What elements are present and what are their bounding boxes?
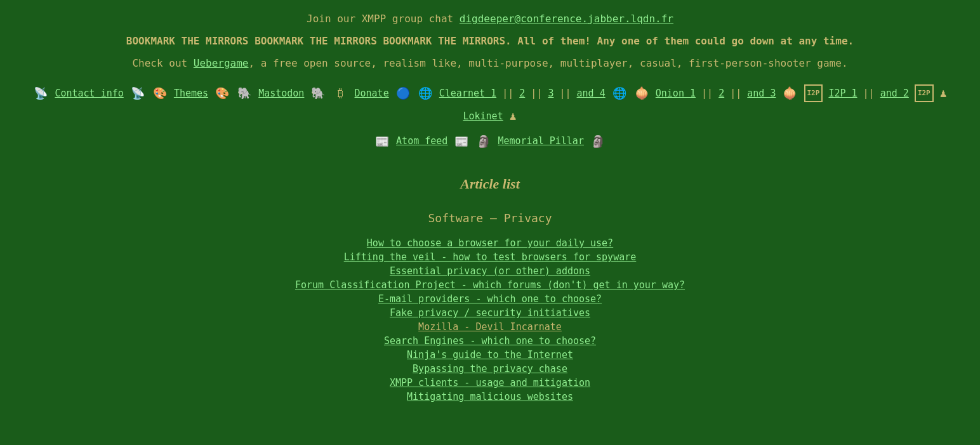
i2p-badge-1: I2P bbox=[804, 84, 823, 102]
article-link-7[interactable]: Search Engines - which one to choose? bbox=[384, 335, 596, 347]
chess-icon-1: ♟ bbox=[940, 82, 947, 105]
uebergame-link[interactable]: Uebergame bbox=[194, 57, 249, 69]
clearnet2-link[interactable]: 2 bbox=[519, 88, 525, 99]
onion1-link[interactable]: Onion 1 bbox=[656, 88, 696, 99]
list-item: Essential privacy (or other) addons bbox=[390, 265, 590, 277]
onion-and3-link[interactable]: and 3 bbox=[747, 88, 776, 99]
onion-icon-2: 🧅 bbox=[783, 86, 797, 100]
palette-icon-2: 🎨 bbox=[215, 86, 229, 100]
list-item: Mozilla - Devil Incarnate bbox=[418, 321, 562, 333]
clearnet3-link[interactable]: 3 bbox=[548, 88, 553, 99]
uebergame-line: Check out Uebergame, a free open source,… bbox=[13, 57, 967, 69]
nav-bar-2: 📰 Atom feed 📰 🗿 Memorial Pillar 🗿 bbox=[13, 131, 967, 150]
xmpp-text: Join our XMPP group chat bbox=[307, 13, 460, 25]
i2p-and2-link[interactable]: and 2 bbox=[880, 88, 909, 99]
article-link-5[interactable]: Fake privacy / security initiatives bbox=[390, 307, 590, 319]
article-list-section: Article list Software — Privacy How to c… bbox=[13, 176, 967, 402]
article-link-11[interactable]: Mitigating malicious websites bbox=[407, 391, 573, 402]
article-link-3[interactable]: Forum Classification Project - which for… bbox=[295, 279, 685, 291]
list-item: XMPP clients - usage and mitigation bbox=[390, 377, 590, 389]
list-item: Lifting the veil - how to test browsers … bbox=[344, 251, 637, 263]
list-item: Mitigating malicious websites bbox=[407, 391, 573, 402]
globe-icon: 🌐 bbox=[612, 86, 626, 100]
list-item: Fake privacy / security initiatives bbox=[390, 307, 590, 319]
article-link-10[interactable]: XMPP clients - usage and mitigation bbox=[390, 377, 590, 389]
list-item: E-mail providers - which one to choose? bbox=[378, 293, 602, 305]
bookmark-line: BOOKMARK THE MIRRORS BOOKMARK THE MIRROR… bbox=[13, 35, 967, 47]
rss-icon-1: 📰 bbox=[375, 135, 389, 149]
list-item: Forum Classification Project - which for… bbox=[295, 279, 685, 291]
pillar-icon-1: 🗿 bbox=[477, 135, 491, 149]
monero-icon: 🔵 bbox=[396, 86, 410, 100]
chess-icon-2: ♟ bbox=[510, 105, 517, 128]
article-link-6[interactable]: Mozilla - Devil Incarnate bbox=[418, 321, 562, 333]
mastodon-icon-2: 🐘 bbox=[311, 86, 325, 100]
lokinet-link[interactable]: Lokinet bbox=[463, 110, 503, 122]
article-link-9[interactable]: Bypassing the privacy chase bbox=[413, 363, 567, 375]
bitcoin-icon: ₿ bbox=[333, 86, 347, 100]
mastodon-icon: 🐘 bbox=[237, 86, 251, 100]
atom-feed-link[interactable]: Atom feed bbox=[396, 135, 447, 147]
mastodon-link[interactable]: Mastodon bbox=[258, 88, 304, 99]
article-link-2[interactable]: Essential privacy (or other) addons bbox=[390, 265, 590, 277]
nav-bar: 📡 Contact info 📡 🎨 Themes 🎨 🐘 Mastodon 🐘… bbox=[13, 82, 967, 128]
article-link-8[interactable]: Ninja's guide to the Internet bbox=[407, 349, 573, 361]
article-link-1[interactable]: Lifting the veil - how to test browsers … bbox=[344, 251, 637, 263]
onion-icon: 🧅 bbox=[635, 86, 649, 100]
antenna-icon-2: 📡 bbox=[131, 86, 145, 100]
xmpp-link[interactable]: digdeeper@conference.jabber.lqdn.fr bbox=[460, 13, 673, 25]
list-item: Search Engines - which one to choose? bbox=[384, 335, 596, 347]
antenna-icon-1: 📡 bbox=[34, 86, 48, 100]
pillar-icon-2: 🗿 bbox=[591, 135, 605, 149]
uebergame-suffix: , a free open source, realism like, mult… bbox=[249, 57, 848, 69]
onion2-link[interactable]: 2 bbox=[718, 88, 724, 99]
memorial-pillar-link[interactable]: Memorial Pillar bbox=[498, 135, 583, 147]
palette-icon: 🎨 bbox=[153, 86, 167, 100]
article-link-0[interactable]: How to choose a browser for your daily u… bbox=[367, 237, 613, 249]
contact-info-link[interactable]: Contact info bbox=[55, 88, 123, 99]
list-item: Ninja's guide to the Internet bbox=[407, 349, 573, 361]
article-link-4[interactable]: E-mail providers - which one to choose? bbox=[378, 293, 602, 305]
article-links: How to choose a browser for your daily u… bbox=[13, 237, 967, 402]
clearnet1-link[interactable]: Clearnet 1 bbox=[439, 88, 496, 99]
xmpp-line: Join our XMPP group chat digdeeper@confe… bbox=[13, 13, 967, 25]
i2p1-link[interactable]: I2P 1 bbox=[828, 88, 857, 99]
uebergame-prefix: Check out bbox=[132, 57, 193, 69]
themes-link[interactable]: Themes bbox=[174, 88, 208, 99]
list-item: How to choose a browser for your daily u… bbox=[367, 237, 613, 249]
top-section: Join our XMPP group chat digdeeper@confe… bbox=[13, 13, 967, 69]
software-privacy-heading: Software — Privacy bbox=[13, 211, 967, 225]
rss-icon-2: 📰 bbox=[454, 135, 468, 149]
clearnet-icon: 🌐 bbox=[418, 86, 432, 100]
article-list-title: Article list bbox=[13, 176, 967, 192]
clearnet-and4-link[interactable]: and 4 bbox=[577, 88, 606, 99]
list-item: Bypassing the privacy chase bbox=[413, 363, 567, 375]
i2p-badge-2: I2P bbox=[915, 84, 934, 102]
donate-link[interactable]: Donate bbox=[355, 88, 389, 99]
